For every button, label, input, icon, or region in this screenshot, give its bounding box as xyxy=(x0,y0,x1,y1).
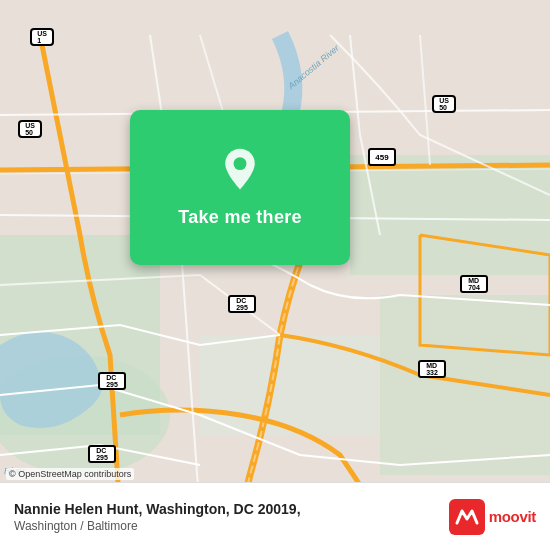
road-shield-us1: US1 xyxy=(30,28,54,46)
svg-point-5 xyxy=(234,157,247,170)
bottom-bar: Nannie Helen Hunt, Washington, DC 20019,… xyxy=(0,482,550,550)
address-block: Nannie Helen Hunt, Washington, DC 20019,… xyxy=(14,501,449,533)
map-container: US1 US50 US50 US50 459 DC295 DC295 DC295… xyxy=(0,0,550,550)
road-shield-dc295b: DC295 xyxy=(98,372,126,390)
road-shield-md332: MD332 xyxy=(418,360,446,378)
location-sub: Washington / Baltimore xyxy=(14,519,449,533)
road-shield-us50c: US50 xyxy=(432,95,456,113)
road-shield-459: 459 xyxy=(368,148,396,166)
osm-attribution: © OpenStreetMap contributors xyxy=(6,468,134,480)
road-shield-us50a: US50 xyxy=(18,120,42,138)
moovit-brand-text: moovit xyxy=(489,508,536,525)
moovit-logo-icon xyxy=(449,499,485,535)
road-shield-md704: MD704 xyxy=(460,275,488,293)
svg-rect-3 xyxy=(380,295,550,475)
road-shield-dc295a: DC295 xyxy=(228,295,256,313)
road-shield-dc295c: DC295 xyxy=(88,445,116,463)
location-name: Nannie Helen Hunt, Washington, DC 20019, xyxy=(14,501,449,517)
take-me-there-button[interactable]: Take me there xyxy=(178,207,302,228)
svg-rect-2 xyxy=(350,155,550,275)
location-pin-icon xyxy=(216,147,264,195)
moovit-logo: moovit xyxy=(449,499,536,535)
action-card: Take me there xyxy=(130,110,350,265)
